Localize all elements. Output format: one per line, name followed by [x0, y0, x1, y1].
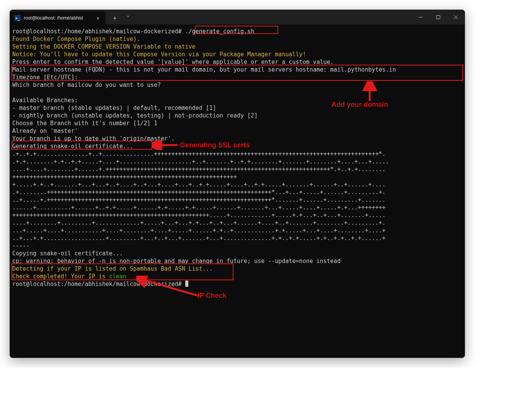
- output-line: Notice: You'll have to update this Compo…: [12, 51, 306, 58]
- output-line: - nightly branch (unstable updates, test…: [12, 112, 258, 119]
- titlebar: >_ root@localhost: /home/abhisl ✕ + ˅: [10, 10, 465, 25]
- output-line: Already on 'master': [12, 127, 78, 134]
- output-line: Available Branches:: [12, 97, 78, 104]
- powershell-icon: >_: [15, 15, 21, 21]
- new-tab-button[interactable]: +: [109, 12, 121, 24]
- terminal-body[interactable]: root@localhost:/home/abhishek/mailcow-do…: [10, 25, 465, 291]
- output-line: Generating snake-oil certificate...: [12, 143, 133, 150]
- output-line: Choose the Branch with it's number [1/2]…: [12, 120, 157, 127]
- minimize-button[interactable]: [412, 10, 429, 25]
- terminal-window: >_ root@localhost: /home/abhisl ✕ + ˅ ro…: [10, 10, 465, 358]
- annotation-label-ip-check: IP Check: [197, 292, 227, 300]
- tab-active[interactable]: >_ root@localhost: /home/abhisl ✕: [10, 11, 106, 25]
- output-line: cp: warning: behavior of -n is non-porta…: [12, 258, 341, 265]
- output-line: Setting the DOCKER_COMPOSE_VERSION Varia…: [12, 43, 196, 50]
- cursor: [185, 281, 188, 287]
- ssl-output: .+..+.+...............+..+..............…: [12, 150, 389, 249]
- output-line: Timezone [Etc/UTC]:: [12, 74, 78, 81]
- tab-dropdown-button[interactable]: ˅: [122, 12, 134, 24]
- output-line: - master branch (stable updates) | defau…: [12, 105, 216, 111]
- output-line: Copying snake-oil certificate...: [12, 250, 123, 257]
- tab-title: root@localhost: /home/abhisl: [24, 15, 91, 21]
- output-line: Found Docker Compose Plugin (native).: [12, 36, 140, 42]
- output-line: Which branch of mailcow do you want to u…: [12, 82, 161, 88]
- output-line: Detecting if your IP is listed on Spamha…: [12, 265, 213, 272]
- prompt-path: :/home/abhishek/mailcow-dockerized#: [60, 281, 185, 288]
- maximize-button[interactable]: [429, 10, 447, 25]
- tab-close-button[interactable]: ✕: [94, 14, 102, 22]
- output-line: Press enter to confirm the detected valu…: [12, 59, 334, 65]
- output-line-prefix: Check completed! Your IP is: [12, 273, 109, 280]
- titlebar-spacer: [134, 10, 412, 25]
- window-controls: [412, 10, 465, 25]
- command: ./generate_config.sh: [185, 28, 255, 35]
- output-clean: clean: [109, 273, 126, 280]
- close-window-button[interactable]: [447, 10, 465, 25]
- svg-rect-1: [437, 16, 440, 19]
- prompt-user: root@localhost: [12, 281, 60, 288]
- prompt-path: :/home/abhishek/mailcow-dockerized#: [60, 28, 185, 35]
- prompt-user: root@localhost: [12, 28, 60, 35]
- output-line: Mail server hostname (FQDN) - this is no…: [12, 66, 396, 73]
- tab-actions: + ˅: [106, 10, 134, 25]
- output-line: Your branch is up to date with 'origin/m…: [12, 135, 175, 142]
